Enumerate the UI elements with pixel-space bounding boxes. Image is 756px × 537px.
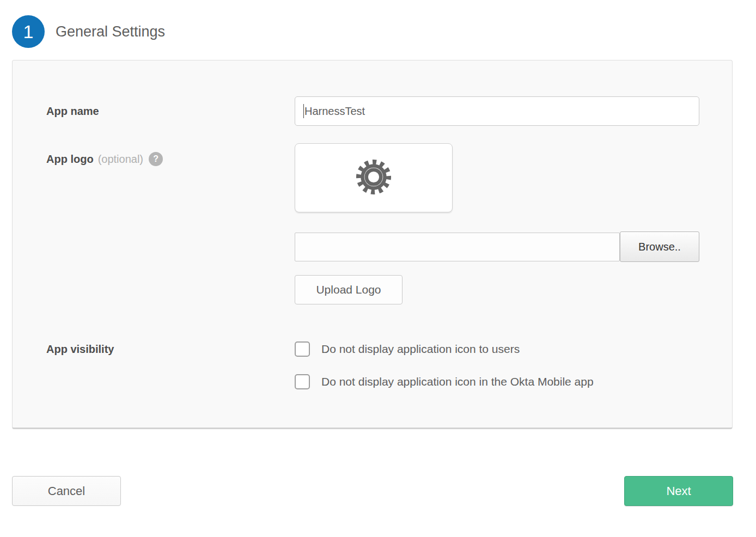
browse-button[interactable]: Browse..: [620, 231, 699, 262]
text-caret: [303, 104, 304, 118]
logo-file-row: Browse..: [295, 231, 699, 262]
app-logo-label: App logo: [46, 153, 94, 166]
checkbox-hide-icon-mobile-label: Do not display application icon in the O…: [321, 375, 594, 388]
checkbox-hide-icon-mobile[interactable]: [295, 374, 310, 389]
checkbox-hide-icon-users[interactable]: [295, 341, 310, 357]
step-number-badge: 1: [12, 15, 45, 48]
gear-icon: [354, 157, 393, 199]
app-visibility-option-mobile: Do not display application icon in the O…: [295, 374, 594, 390]
next-button[interactable]: Next: [624, 476, 733, 506]
app-name-input-wrap: [295, 96, 699, 126]
logo-preview-box: [295, 143, 453, 212]
app-logo-optional-label: (optional): [98, 153, 143, 166]
general-settings-panel: App name App logo (optional) ? Browse.. …: [12, 60, 733, 429]
cancel-button[interactable]: Cancel: [12, 476, 121, 506]
step-number: 1: [23, 21, 34, 42]
app-visibility-option-users: Do not display application icon to users: [295, 341, 520, 357]
logo-file-input[interactable]: [295, 233, 620, 261]
step-header: 1 General Settings: [12, 15, 165, 48]
app-name-label: App name: [46, 96, 99, 126]
help-question-mark-icon[interactable]: ?: [149, 152, 163, 166]
app-logo-label-row: App logo (optional) ?: [46, 152, 163, 166]
page-title: General Settings: [56, 23, 165, 40]
app-name-input[interactable]: [295, 96, 699, 126]
upload-logo-button[interactable]: Upload Logo: [295, 275, 403, 304]
app-visibility-label: App visibility: [46, 341, 114, 357]
checkbox-hide-icon-users-label: Do not display application icon to users: [321, 343, 520, 356]
